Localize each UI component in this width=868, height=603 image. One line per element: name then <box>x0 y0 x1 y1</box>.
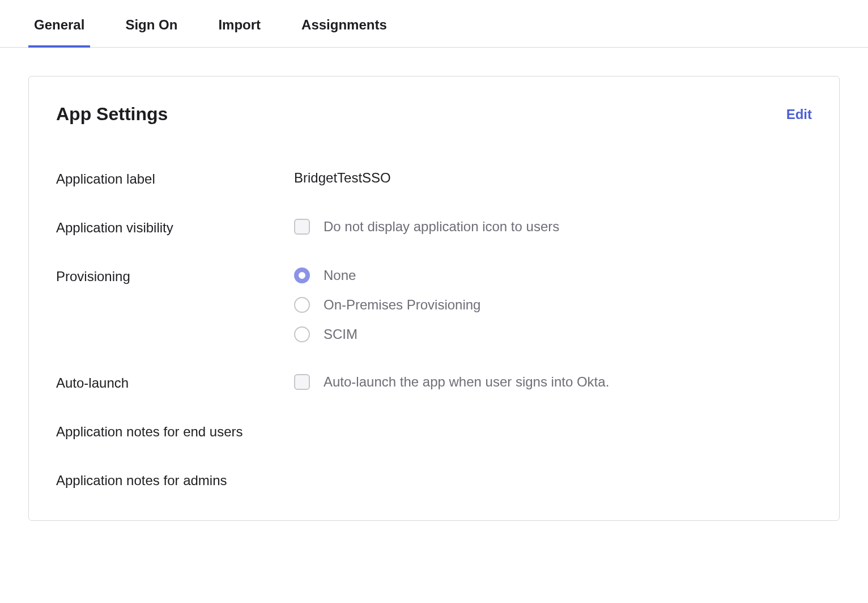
row-application-visibility: Application visibility Do not display ap… <box>56 219 812 236</box>
row-auto-launch: Auto-launch Auto-launch the app when use… <box>56 374 812 391</box>
label-auto-launch: Auto-launch <box>56 374 294 391</box>
provisioning-radio-group: None On-Premises Provisioning SCIM <box>294 267 812 342</box>
radio-label-scim: SCIM <box>324 326 358 342</box>
row-notes-end-users: Application notes for end users <box>56 423 812 440</box>
tab-sign-on[interactable]: Sign On <box>120 0 183 48</box>
radio-label-none: None <box>324 267 356 283</box>
row-notes-admins: Application notes for admins <box>56 472 812 489</box>
tab-assignments[interactable]: Assignments <box>296 0 393 48</box>
label-application-visibility: Application visibility <box>56 219 294 236</box>
edit-button[interactable]: Edit <box>786 107 812 122</box>
radio-label-on-premises: On-Premises Provisioning <box>324 297 480 313</box>
provisioning-option-on-premises: On-Premises Provisioning <box>294 297 812 313</box>
radio-on-premises[interactable] <box>294 297 310 313</box>
value-application-label: BridgetTestSSO <box>294 170 812 186</box>
label-application-label: Application label <box>56 170 294 187</box>
radio-scim[interactable] <box>294 326 310 342</box>
auto-launch-checkbox[interactable] <box>294 374 310 390</box>
radio-none[interactable] <box>294 267 310 283</box>
visibility-checkbox[interactable] <box>294 219 310 235</box>
card-title: App Settings <box>56 104 168 125</box>
row-application-label: Application label BridgetTestSSO <box>56 170 812 187</box>
card-header: App Settings Edit <box>56 104 812 125</box>
visibility-checkbox-row: Do not display application icon to users <box>294 219 812 235</box>
visibility-checkbox-label: Do not display application icon to users <box>324 219 559 235</box>
provisioning-option-none: None <box>294 267 812 283</box>
auto-launch-checkbox-row: Auto-launch the app when user signs into… <box>294 374 812 390</box>
tab-bar: General Sign On Import Assignments <box>0 0 868 48</box>
label-notes-end-users: Application notes for end users <box>56 423 294 440</box>
label-provisioning: Provisioning <box>56 267 294 284</box>
tab-import[interactable]: Import <box>212 0 266 48</box>
label-notes-admins: Application notes for admins <box>56 472 294 489</box>
provisioning-option-scim: SCIM <box>294 326 812 342</box>
auto-launch-checkbox-label: Auto-launch the app when user signs into… <box>324 374 609 390</box>
row-provisioning: Provisioning None On-Premises Provisioni… <box>56 267 812 342</box>
tab-general[interactable]: General <box>28 0 90 48</box>
app-settings-card: App Settings Edit Application label Brid… <box>28 76 840 521</box>
